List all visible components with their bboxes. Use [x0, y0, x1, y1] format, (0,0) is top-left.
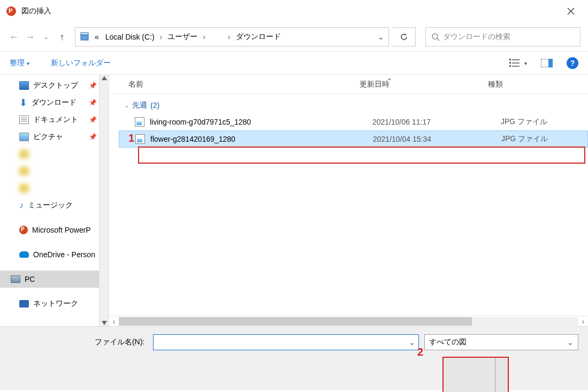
scroll-thumb[interactable] — [119, 317, 472, 326]
download-icon: ⬇ — [19, 98, 27, 107]
refresh-button[interactable] — [392, 27, 416, 47]
sidebar-item[interactable] — [0, 163, 109, 180]
pin-icon: 📌 — [89, 99, 97, 106]
column-type[interactable]: 種類 — [488, 80, 552, 89]
help-icon[interactable]: ? — [567, 57, 578, 69]
organize-button[interactable]: 整理▾ — [10, 58, 29, 68]
sidebar-item-label: ネットワーク — [33, 299, 78, 309]
filename-input[interactable]: ⌄ — [153, 334, 419, 350]
open-button[interactable]: 開く(O) ▾ — [442, 357, 509, 392]
svg-rect-11 — [512, 66, 520, 67]
h-scrollbar[interactable]: ‹ › — [109, 316, 588, 326]
image-file-icon — [135, 117, 144, 127]
breadcrumb-part[interactable] — [209, 36, 225, 38]
view-details-button[interactable]: ▾ — [509, 58, 527, 68]
file-list: ⌄ 先週 (2) living-room-g70d7971c5_12802021… — [109, 94, 588, 316]
address-bar[interactable]: « Local Disk (C:) › ユーザー › › ダウンロード ⌄ — [75, 27, 389, 47]
chevron-down-icon[interactable]: ⌄ — [409, 338, 415, 347]
up-arrow-icon[interactable]: ↑ — [56, 30, 68, 43]
sidebar-item[interactable]: PC — [0, 271, 109, 288]
file-name: living-room-g70d7971c5_1280 — [150, 118, 372, 126]
sidebar-item[interactable] — [0, 180, 109, 197]
column-headers: 名前 ⌄ 更新日時 種類 — [109, 75, 588, 94]
sidebar-item-label: ミュージック — [28, 201, 73, 210]
group-label: 先週 — [132, 101, 147, 110]
window-title: 図の挿入 — [21, 6, 51, 16]
sidebar-item-label: ダウンロード — [32, 98, 77, 107]
chevron-down-icon[interactable]: ⌄ — [378, 33, 384, 41]
chevron-down-icon: ⌄ — [124, 102, 129, 109]
sidebar-item[interactable]: デスクトップ📌 — [0, 77, 109, 94]
onedrive-icon — [19, 251, 29, 258]
sidebar-item[interactable]: ドキュメント📌 — [0, 111, 109, 128]
svg-rect-6 — [509, 59, 511, 60]
toolbar: 整理▾ 新しいフォルダー ▾ ? — [0, 51, 588, 75]
sidebar-item[interactable]: ♪ミュージック — [0, 197, 109, 214]
scroll-track[interactable] — [119, 317, 578, 326]
sidebar-item[interactable]: OneDrive - Person — [0, 246, 109, 263]
pin-icon: 📌 — [89, 133, 97, 141]
svg-point-4 — [432, 34, 438, 39]
group-header[interactable]: ⌄ 先週 (2) — [119, 97, 588, 113]
column-date[interactable]: ⌄ 更新日時 — [360, 80, 488, 89]
pc-icon — [11, 275, 20, 283]
chevron-right-icon: › — [159, 33, 164, 41]
file-row[interactable]: living-room-g70d7971c5_12802021/10/06 11… — [119, 113, 588, 130]
file-type: JPG ファイル — [501, 117, 547, 127]
scroll-right-icon[interactable]: › — [578, 317, 588, 326]
desktop-icon — [19, 81, 29, 90]
annotation-2: 2 — [417, 346, 423, 358]
sidebar-item-label: デスクトップ — [33, 81, 78, 90]
sidebar-item[interactable]: ⬇ダウンロード📌 — [0, 94, 109, 111]
breadcrumb-part[interactable]: ダウンロード — [234, 31, 283, 43]
svg-line-5 — [437, 39, 439, 41]
sidebar-item[interactable]: ピクチャ📌 — [0, 128, 109, 145]
scroll-left-icon[interactable]: ‹ — [109, 317, 119, 326]
sidebar-item-label: ピクチャ — [33, 132, 63, 142]
sidebar-scrollbar[interactable] — [99, 75, 109, 326]
breadcrumb-part[interactable]: ユーザー — [165, 31, 200, 43]
folder-icon — [19, 167, 29, 175]
music-icon: ♪ — [19, 201, 24, 210]
sidebar-item[interactable]: Microsoft PowerP — [0, 221, 109, 239]
close-icon[interactable] — [560, 1, 582, 22]
file-row[interactable]: flower-g281420169_12802021/10/04 15:34JP… — [119, 130, 588, 148]
filetype-dropdown[interactable]: すべての図 ⌄ — [424, 334, 578, 350]
sidebar-item-label: OneDrive - Person — [33, 250, 95, 259]
chevron-right-icon: › — [202, 33, 207, 41]
svg-rect-2 — [81, 35, 88, 40]
app-icon — [6, 6, 16, 16]
dropdown-history-icon[interactable]: ⌄ — [40, 30, 52, 43]
column-name[interactable]: 名前 — [124, 80, 360, 89]
sidebar: デスクトップ📌⬇ダウンロード📌ドキュメント📌ピクチャ📌♪ミュージックMicros… — [0, 75, 109, 326]
forward-arrow-icon[interactable]: → — [24, 30, 36, 43]
powerpoint-icon — [19, 226, 28, 234]
svg-rect-9 — [512, 63, 520, 64]
bottom-panel: ファイル名(N): ⌄ すべての図 ⌄ ツール(L) ▾ 開く(O) ▾ キャン… — [0, 326, 588, 390]
main-area: デスクトップ📌⬇ダウンロード📌ドキュメント📌ピクチャ📌♪ミュージックMicros… — [0, 75, 588, 326]
search-placeholder: ダウンロードの検索 — [443, 32, 510, 42]
chevron-down-icon: ▾ — [524, 60, 527, 66]
svg-rect-8 — [509, 62, 511, 64]
back-arrow-icon[interactable]: ← — [7, 30, 20, 43]
file-type: JPG ファイル — [501, 134, 548, 144]
document-icon — [19, 116, 29, 124]
svg-rect-10 — [509, 65, 511, 67]
open-split-button[interactable]: ▾ — [495, 358, 508, 392]
disk-icon — [80, 32, 90, 42]
preview-pane-button[interactable] — [541, 59, 553, 67]
sidebar-item[interactable] — [0, 145, 109, 163]
network-icon — [19, 300, 29, 308]
sort-desc-icon: ⌄ — [386, 73, 393, 82]
new-folder-button[interactable]: 新しいフォルダー — [51, 58, 111, 68]
search-input[interactable]: ダウンロードの検索 — [425, 27, 581, 47]
filename-label: ファイル名(N): — [10, 337, 148, 347]
file-name: flower-g281420169_1280 — [150, 135, 373, 143]
pin-icon: 📌 — [89, 116, 97, 124]
breadcrumb-prefix: « — [93, 32, 101, 42]
group-count: (2) — [150, 101, 159, 110]
breadcrumb-part[interactable]: Local Disk (C:) — [103, 32, 157, 42]
sidebar-item[interactable]: ネットワーク — [0, 295, 109, 312]
sidebar-item-label: PC — [25, 275, 35, 283]
file-area: 名前 ⌄ 更新日時 種類 ⌄ 先週 (2) living-room-g70d79… — [109, 75, 588, 326]
